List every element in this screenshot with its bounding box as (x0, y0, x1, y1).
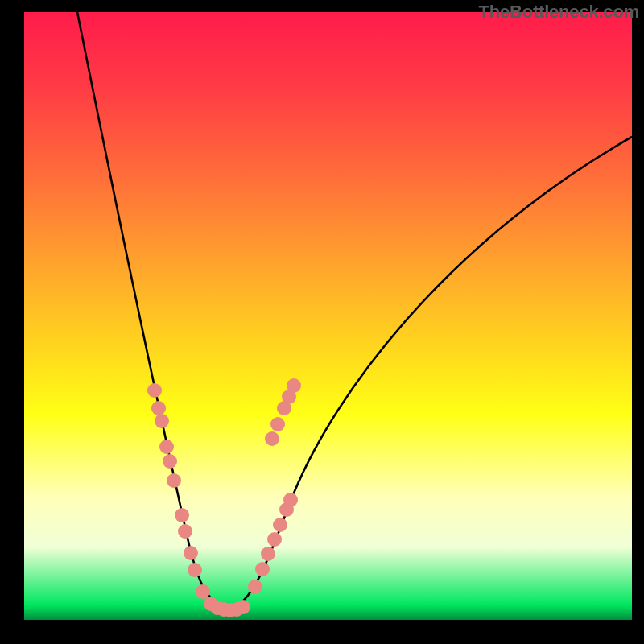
data-point (283, 493, 298, 507)
data-point (248, 580, 262, 594)
watermark-text: TheBottleneck.com (478, 2, 639, 23)
scatter-dots (147, 378, 301, 617)
data-point (236, 600, 250, 614)
data-point (163, 454, 177, 469)
data-point (159, 440, 174, 454)
outer-frame: TheBottleneck.com (0, 0, 644, 644)
data-point (167, 473, 181, 488)
data-point (273, 518, 287, 532)
data-point (261, 547, 275, 561)
data-point (184, 546, 198, 560)
data-point (270, 417, 285, 431)
data-point (151, 401, 166, 415)
bottleneck-curve (77, 12, 632, 609)
data-point (255, 562, 270, 576)
data-point (188, 563, 202, 577)
data-point (287, 378, 301, 393)
data-point (178, 524, 192, 539)
data-point (155, 414, 169, 428)
data-point (175, 508, 189, 522)
data-point (265, 431, 279, 446)
plot-area (24, 12, 632, 620)
data-point (196, 584, 210, 599)
data-point (267, 532, 282, 547)
data-point (147, 383, 162, 398)
chart-svg (24, 12, 632, 620)
